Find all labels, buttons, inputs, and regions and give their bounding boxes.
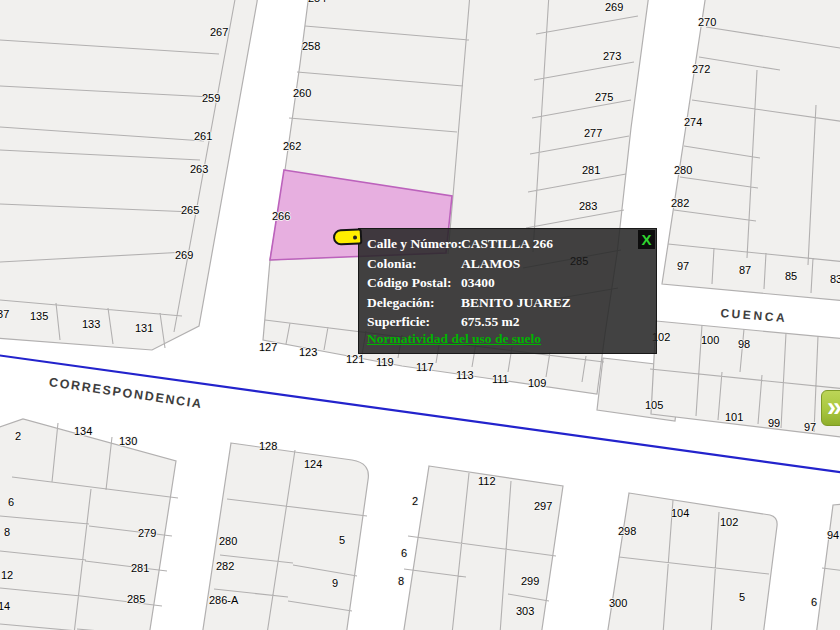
lot-label-83: 83 bbox=[830, 274, 840, 285]
lot-label-117: 117 bbox=[416, 362, 434, 373]
lot-label-112: 112 bbox=[478, 476, 496, 487]
lot-label-134: 134 bbox=[74, 426, 92, 437]
lot-label-285: 285 bbox=[570, 256, 588, 267]
lot-label-270: 270 bbox=[698, 17, 716, 28]
lot-label-262: 262 bbox=[283, 141, 301, 152]
lot-label-6: 6 bbox=[811, 597, 817, 608]
lot-label-260: 260 bbox=[293, 88, 311, 99]
popup-field-label: Colonia: bbox=[367, 255, 461, 273]
lot-label-97: 97 bbox=[804, 422, 816, 433]
lot-label-282: 282 bbox=[216, 561, 234, 572]
land-use-normativity-link[interactable]: Normatividad del uso de suelo bbox=[367, 330, 541, 348]
lot-label-128: 128 bbox=[259, 441, 277, 452]
lot-label-281: 281 bbox=[131, 563, 149, 574]
popup-field-value: ALAMOS bbox=[461, 255, 520, 273]
lot-label-282: 282 bbox=[671, 198, 689, 209]
lot-label-283: 283 bbox=[579, 201, 597, 212]
lot-label-133: 133 bbox=[82, 319, 100, 330]
lot-label-2: 2 bbox=[412, 496, 418, 507]
lot-label-135: 135 bbox=[30, 311, 48, 322]
lot-label-274: 274 bbox=[684, 117, 702, 128]
block-right-strip[interactable] bbox=[816, 504, 840, 630]
block-top-left[interactable] bbox=[0, 0, 258, 350]
lot-label-119: 119 bbox=[376, 357, 394, 368]
lot-label-303: 303 bbox=[516, 606, 534, 617]
popup-field-row: Colonia:ALAMOS bbox=[367, 255, 520, 273]
popup-field-label: Código Postal: bbox=[367, 274, 461, 292]
close-icon[interactable]: X bbox=[638, 230, 655, 249]
popup-field-label: Superficie: bbox=[367, 313, 461, 331]
lot-label-12: 12 bbox=[1, 570, 13, 581]
lot-label-273: 273 bbox=[603, 51, 621, 62]
lot-label-275: 275 bbox=[595, 92, 613, 103]
lot-label-5: 5 bbox=[339, 535, 345, 546]
lot-label-6: 6 bbox=[401, 548, 407, 559]
lot-label-297: 297 bbox=[534, 501, 552, 512]
popup-field-value: CASTILLA 266 bbox=[461, 235, 553, 253]
lot-label-98: 98 bbox=[738, 339, 750, 350]
lot-label-300: 300 bbox=[609, 598, 627, 609]
lot-label-124: 124 bbox=[304, 459, 322, 470]
lot-label-269: 269 bbox=[175, 250, 193, 261]
lot-label-109: 109 bbox=[528, 378, 546, 389]
lot-label-121: 121 bbox=[346, 354, 364, 365]
lot-label-102: 102 bbox=[720, 517, 738, 528]
block-bottom-right[interactable] bbox=[607, 493, 777, 630]
popup-field-value: 03400 bbox=[461, 274, 495, 292]
parcel-info-popup: Calle y Número:CASTILLA 266Colonia:ALAMO… bbox=[358, 228, 657, 354]
lot-label-269: 269 bbox=[605, 2, 623, 13]
lot-label-127: 127 bbox=[259, 342, 277, 353]
cadastral-map[interactable]: 2672592612632652691371351331312542582602… bbox=[0, 0, 840, 630]
lot-label-258: 258 bbox=[302, 41, 320, 52]
lot-label-97: 97 bbox=[677, 261, 689, 272]
lot-label-85: 85 bbox=[785, 271, 797, 282]
lot-label-280: 280 bbox=[219, 536, 237, 547]
map-marker-tag-icon[interactable] bbox=[333, 228, 363, 245]
lot-label-8: 8 bbox=[398, 576, 404, 587]
lot-label-2: 2 bbox=[15, 431, 21, 442]
lot-label-87: 87 bbox=[739, 265, 751, 276]
popup-field-value: 675.55 m2 bbox=[461, 313, 520, 331]
lot-label-259: 259 bbox=[202, 93, 220, 104]
tag-hole bbox=[353, 236, 357, 240]
lot-label-280: 280 bbox=[674, 165, 692, 176]
lot-label-261: 261 bbox=[194, 131, 212, 142]
popup-field-row: Calle y Número:CASTILLA 266 bbox=[367, 235, 553, 253]
popup-field-value: BENITO JUAREZ bbox=[461, 294, 571, 312]
lot-label-266: 266 bbox=[272, 211, 290, 222]
lot-label-5: 5 bbox=[739, 592, 745, 603]
lot-label-99: 99 bbox=[768, 418, 780, 429]
lot-label-113: 113 bbox=[456, 370, 474, 381]
lot-label-254: 254 bbox=[308, 0, 326, 4]
popup-field-row: Código Postal:03400 bbox=[367, 274, 495, 292]
lot-label-101: 101 bbox=[725, 412, 743, 423]
lot-label-130: 130 bbox=[119, 436, 137, 447]
lot-label-123: 123 bbox=[299, 347, 317, 358]
lot-label-14: 14 bbox=[0, 601, 10, 612]
lot-label-263: 263 bbox=[190, 164, 208, 175]
lot-label-94: 94 bbox=[827, 530, 839, 541]
lot-label-131: 131 bbox=[135, 323, 153, 334]
lot-label-104: 104 bbox=[671, 508, 689, 519]
lot-label-9: 9 bbox=[332, 578, 338, 589]
lot-label-137: 137 bbox=[0, 309, 9, 320]
lot-label-281: 281 bbox=[582, 165, 600, 176]
popup-field-label: Delegación: bbox=[367, 294, 461, 312]
lot-label-299: 299 bbox=[521, 576, 539, 587]
block-bottom-center-right[interactable] bbox=[403, 466, 563, 630]
pan-right-button[interactable]: » bbox=[821, 390, 840, 426]
popup-field-row: Delegación:BENITO JUAREZ bbox=[367, 294, 571, 312]
lot-label-279: 279 bbox=[138, 528, 156, 539]
lot-label-285: 285 bbox=[127, 594, 145, 605]
lot-label-6: 6 bbox=[8, 497, 14, 508]
popup-field-label: Calle y Número: bbox=[367, 235, 461, 253]
lot-label-105: 105 bbox=[645, 400, 663, 411]
lot-label-100: 100 bbox=[701, 335, 719, 346]
block-bottom-left[interactable] bbox=[0, 419, 176, 630]
lot-label-265: 265 bbox=[181, 205, 199, 216]
lot-label-272: 272 bbox=[692, 64, 710, 75]
lot-label-286-A: 286-A bbox=[209, 595, 238, 606]
lot-label-111: 111 bbox=[492, 374, 509, 385]
lot-label-8: 8 bbox=[4, 527, 10, 538]
lot-label-298: 298 bbox=[618, 526, 636, 537]
